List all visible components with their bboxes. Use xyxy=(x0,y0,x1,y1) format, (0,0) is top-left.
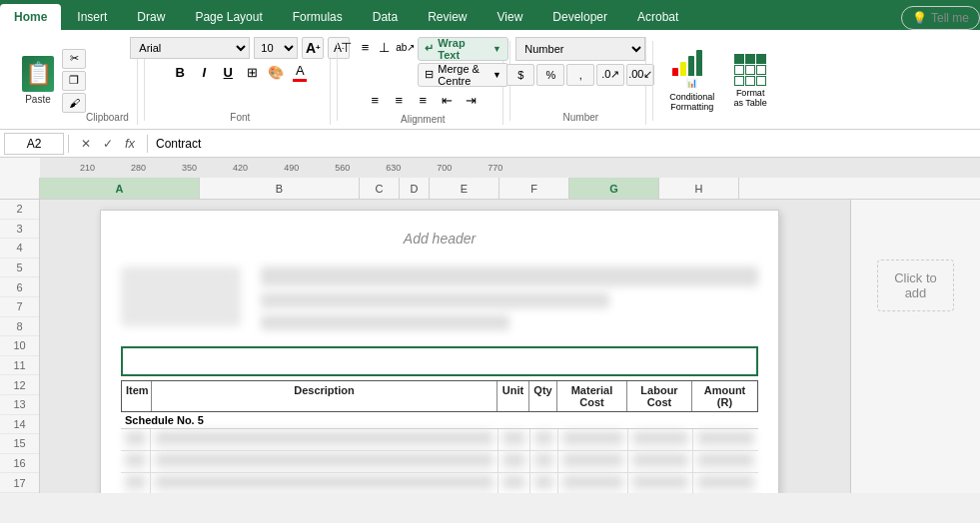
underline-button[interactable]: U xyxy=(217,62,239,84)
th-material-cost: Material Cost xyxy=(557,381,627,411)
align-center-button[interactable]: ≡ xyxy=(388,90,410,112)
tab-formulas[interactable]: Formulas xyxy=(279,4,357,30)
grid-area[interactable]: Add header Item Description Unit xyxy=(40,200,980,493)
row-11[interactable]: 11 xyxy=(0,356,39,376)
row-14[interactable]: 14 xyxy=(0,415,39,435)
col-header-G[interactable]: G xyxy=(569,178,659,199)
col-header-E[interactable]: E xyxy=(430,178,499,199)
header-box xyxy=(121,346,758,376)
wrap-text-dropdown-icon[interactable]: ▼ xyxy=(492,44,501,54)
font-grow-button[interactable]: A+ xyxy=(302,37,324,59)
ruler-area: 210 280 350 420 490 560 630 700 770 xyxy=(0,158,980,178)
fill-color-button[interactable]: 🎨 xyxy=(265,62,287,84)
preview-header: Add header xyxy=(121,231,758,247)
tab-acrobat[interactable]: Acrobat xyxy=(623,4,692,30)
col-header-C[interactable]: C xyxy=(360,178,400,199)
row-10[interactable]: 10 xyxy=(0,336,39,356)
italic-button[interactable]: I xyxy=(193,62,215,84)
merge-center-button[interactable]: ⊟ Merge & Centre ▼ xyxy=(418,63,507,87)
align-bottom-row: ≡ ≡ ≡ ⇤ ⇥ xyxy=(364,90,482,112)
decrease-indent-button[interactable]: ⇤ xyxy=(436,90,458,112)
company-info-3 xyxy=(261,314,509,330)
col-header-F[interactable]: F xyxy=(499,178,569,199)
td-6 xyxy=(628,429,693,451)
borders-button[interactable]: ⊞ xyxy=(241,62,263,84)
bold-button[interactable]: B xyxy=(169,62,191,84)
formula-cancel-button[interactable]: ✕ xyxy=(77,135,95,153)
row-2[interactable]: 2 xyxy=(0,200,39,220)
col-header-H[interactable]: H xyxy=(659,178,739,199)
number-format-select[interactable]: Number xyxy=(515,37,645,61)
td-1 xyxy=(121,429,151,451)
tell-me-box[interactable]: 💡 Tell me xyxy=(901,6,980,30)
header-area: 210 280 350 420 490 560 630 700 770 A B … xyxy=(0,158,980,200)
td-5 xyxy=(558,429,628,451)
row-num-header xyxy=(0,178,40,199)
decrease-decimal-button[interactable]: .00↙ xyxy=(626,64,654,86)
data-row-2 xyxy=(121,451,758,473)
conditional-formatting-button[interactable]: 📊 Conditional Formatting xyxy=(667,46,717,116)
formula-input[interactable] xyxy=(152,133,976,155)
tab-developer[interactable]: Developer xyxy=(538,4,621,30)
tab-home[interactable]: Home xyxy=(0,4,61,30)
row-16[interactable]: 16 xyxy=(0,454,39,474)
increase-indent-button[interactable]: ⇥ xyxy=(460,90,482,112)
format-table-button[interactable]: Format as Table xyxy=(729,50,770,112)
percent-button[interactable]: % xyxy=(536,64,564,86)
tell-me-text: Tell me xyxy=(931,11,969,25)
row-3[interactable]: 3 xyxy=(0,220,39,240)
ruler-spacer xyxy=(0,158,40,178)
col-header-A[interactable]: A xyxy=(40,178,200,199)
tab-page-layout[interactable]: Page Layout xyxy=(181,4,276,30)
font-size-select[interactable]: 10 xyxy=(254,37,298,59)
currency-button[interactable]: $ xyxy=(506,64,534,86)
formula-fx-button[interactable]: fx xyxy=(121,135,139,153)
row-6[interactable]: 6 xyxy=(0,277,39,297)
copy-button[interactable]: ❐ xyxy=(62,71,86,91)
merge-dropdown-icon[interactable]: ▼ xyxy=(492,70,501,80)
paste-button[interactable]: 📋 Paste xyxy=(14,52,62,109)
row-8[interactable]: 8 xyxy=(0,317,39,337)
row-5[interactable]: 5 xyxy=(0,259,39,278)
increase-decimal-button[interactable]: .0↗ xyxy=(596,64,624,86)
table-header-row: Item Description Unit Qty Material Cost … xyxy=(121,380,758,412)
wrap-text-button[interactable]: ↵ Wrap Text ▼ xyxy=(418,37,507,61)
company-logo xyxy=(121,266,241,326)
format-painter-button[interactable]: 🖌 xyxy=(62,93,86,113)
cell-reference-input[interactable] xyxy=(4,133,64,155)
align-bottom-button[interactable]: ⊥ xyxy=(376,37,393,59)
font-name-select[interactable]: Arial xyxy=(130,37,250,59)
row-15[interactable]: 15 xyxy=(0,434,39,454)
tab-data[interactable]: Data xyxy=(359,4,412,30)
tab-insert[interactable]: Insert xyxy=(63,4,121,30)
font-format-buttons: B I U ⊞ 🎨 A xyxy=(169,62,311,84)
align-middle-button[interactable]: ≡ xyxy=(357,37,374,59)
cond-bar-2 xyxy=(680,62,686,76)
fmt-cell-9 xyxy=(756,76,766,86)
click-to-add-text[interactable]: Click to add xyxy=(877,260,954,311)
row-12[interactable]: 12 xyxy=(0,375,39,395)
tab-review[interactable]: Review xyxy=(414,4,481,30)
tab-draw[interactable]: Draw xyxy=(123,4,179,30)
number-group-label: Number xyxy=(563,110,599,125)
row-4[interactable]: 4 xyxy=(0,239,39,259)
orientation-button[interactable]: ab↗ xyxy=(395,37,416,59)
clipboard-group: 📋 Paste ✂ ❐ 🖌 Clipboard xyxy=(6,37,138,125)
tab-view[interactable]: View xyxy=(484,4,537,30)
cut-button[interactable]: ✂ xyxy=(62,49,86,69)
comma-button[interactable]: , xyxy=(566,64,594,86)
font-color-button[interactable]: A xyxy=(289,62,311,84)
align-top-button[interactable]: ⊤ xyxy=(338,37,355,59)
cond-bar-1 xyxy=(672,68,678,76)
align-left-button[interactable]: ≡ xyxy=(364,90,386,112)
row-17[interactable]: 17 xyxy=(0,473,39,493)
td-7 xyxy=(693,429,758,451)
formula-icons: ✕ ✓ fx xyxy=(73,135,143,153)
fmt-cell-1 xyxy=(734,54,744,64)
row-13[interactable]: 13 xyxy=(0,395,39,415)
col-header-B[interactable]: B xyxy=(200,178,360,199)
align-right-button[interactable]: ≡ xyxy=(412,90,434,112)
formula-confirm-button[interactable]: ✓ xyxy=(99,135,117,153)
col-header-D[interactable]: D xyxy=(400,178,430,199)
row-7[interactable]: 7 xyxy=(0,297,39,317)
